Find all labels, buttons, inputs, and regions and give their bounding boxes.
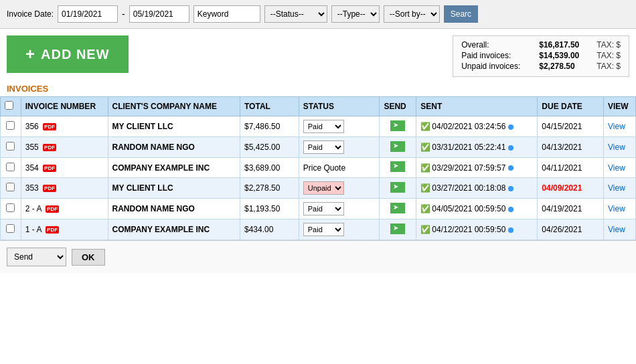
status-dropdown[interactable]: UnpaidPaidUnpaid [303,181,344,195]
sent-date: 03/29/2021 07:59:57 [432,163,505,173]
company-name-cell: COMPANY EXAMPLE INC [108,158,240,178]
add-new-button[interactable]: + ADD NEW [7,35,129,73]
row-checkbox-cell [1,178,21,199]
total-cell: $434.00 [240,219,299,240]
table-row: 355 PDFRANDOM NAME NGO$5,425.00PaidPaidU… [1,137,636,158]
send-icon[interactable] [390,203,405,213]
pdf-icon[interactable]: PDF [46,205,59,213]
row-checkbox[interactable] [6,142,15,151]
row-checkbox[interactable] [6,224,15,233]
overall-tax: TAX: $ [597,40,621,50]
due-date-cell: 04/26/2021 [538,219,604,240]
info-dot[interactable] [508,124,513,130]
unpaid-label: Unpaid invoices: [461,62,535,71]
due-date: 04/15/2021 [542,122,582,131]
sent-date: 04/12/2021 00:59:50 [432,225,505,234]
send-icon[interactable] [390,141,405,152]
status-select[interactable]: --Status-- Paid Unpaid Price Quote [264,5,327,23]
keyword-input[interactable] [193,5,260,23]
total-cell: $3,689.00 [240,158,299,178]
view-link[interactable]: View [608,204,625,213]
row-checkbox-cell [1,199,21,219]
header-checkbox [1,97,21,116]
pdf-icon[interactable]: PDF [46,226,59,234]
row-checkbox[interactable] [6,163,15,171]
due-date-cell: 04/19/2021 [538,199,604,219]
paid-label: Paid invoices: [461,51,535,60]
send-cell [380,116,416,137]
send-icon[interactable] [390,182,405,193]
row-checkbox[interactable] [6,121,15,130]
row-checkbox-cell [1,137,21,158]
overall-value: $16,817.50 [539,40,592,50]
invoice-number-cell: 353 PDF [21,178,108,199]
date-to-input[interactable] [129,5,189,23]
header-view: VIEW [604,97,636,116]
view-link[interactable]: View [608,163,625,173]
header-status: STATUS [299,97,380,116]
view-cell: View [604,178,636,199]
due-date-cell: 04/09/2021 [538,178,604,199]
sent-checkmark: ✅ [420,163,430,173]
sent-cell: ✅03/31/2021 05:22:41 [416,137,538,158]
send-cell [380,219,416,240]
select-all-checkbox[interactable] [5,101,13,110]
company-name-cell: RANDOM NAME NGO [108,199,240,219]
info-dot[interactable] [508,227,513,233]
overall-label: Overall: [461,40,535,50]
table-row: 2 - A PDFRANDOM NAME NGO$1,193.50PaidPai… [1,199,636,219]
pdf-icon[interactable]: PDF [43,165,56,172]
info-dot[interactable] [508,207,513,212]
summary-overall-row: Overall: $16,817.50 TAX: $ [461,40,621,50]
table-row: 1 - A PDFCOMPANY EXAMPLE INC$434.00PaidP… [1,219,636,240]
send-cell [380,158,416,178]
pdf-icon[interactable]: PDF [43,185,56,192]
sent-date: 03/27/2021 00:18:08 [432,183,505,193]
invoice-table: INVOICE NUMBER CLIENT'S COMPANY NAME TOT… [0,96,636,240]
status-text: Price Quote [303,163,345,173]
view-link[interactable]: View [608,225,625,234]
summary-box: Overall: $16,817.50 TAX: $ Paid invoices… [453,35,629,77]
info-dot[interactable] [508,165,513,171]
invoice-number-cell: 356 PDF [21,116,108,137]
status-dropdown[interactable]: PaidPaidUnpaid [303,202,344,215]
info-dot[interactable] [508,145,513,151]
view-cell: View [604,219,636,240]
type-select[interactable]: --Type-- [331,5,380,23]
due-date: 04/19/2021 [542,204,582,213]
status-dropdown[interactable]: PaidPaidUnpaid [303,120,344,133]
invoice-number-cell: 2 - A PDF [21,199,108,219]
invoice-number: 2 - A [25,204,42,213]
sort-select[interactable]: --Sort by-- [384,5,440,23]
search-button[interactable]: Searc [444,5,478,23]
sent-cell: ✅04/05/2021 00:59:50 [416,199,538,219]
date-from-input[interactable] [58,5,118,23]
view-link[interactable]: View [608,122,625,131]
row-checkbox-cell [1,116,21,137]
invoice-number: 356 [25,122,39,131]
bulk-action-select[interactable]: Send Delete Mark Paid [7,248,66,266]
pdf-icon[interactable]: PDF [43,144,56,151]
send-icon[interactable] [390,120,405,131]
send-cell [380,199,416,219]
send-icon[interactable] [390,223,405,234]
invoice-number: 354 [25,163,39,173]
sent-cell: ✅04/12/2021 00:59:50 [416,219,538,240]
row-checkbox[interactable] [6,183,15,191]
view-link[interactable]: View [608,183,625,193]
status-dropdown[interactable]: PaidPaidUnpaid [303,141,344,154]
info-dot[interactable] [508,186,513,191]
row-checkbox[interactable] [6,203,15,212]
table-row: 353 PDFMY CLIENT LLC$2,278.50UnpaidPaidU… [1,178,636,199]
sent-date: 04/05/2021 00:59:50 [432,204,505,213]
view-link[interactable]: View [608,143,625,152]
ok-button[interactable]: OK [72,249,105,266]
due-date: 04/26/2021 [542,225,582,234]
section-title: INVOICES [0,81,636,96]
row-checkbox-cell [1,158,21,178]
sent-checkmark: ✅ [420,143,430,152]
header-company-name: CLIENT'S COMPANY NAME [108,97,240,116]
send-icon[interactable] [390,161,405,172]
pdf-icon[interactable]: PDF [43,123,56,130]
status-dropdown[interactable]: PaidPaidUnpaid [303,223,344,236]
